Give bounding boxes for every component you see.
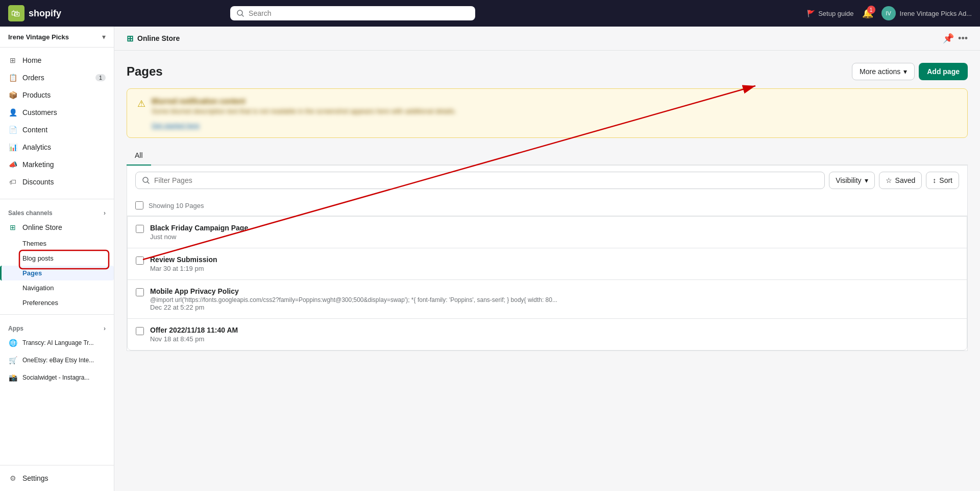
sidebar-item-online-store[interactable]: ⊞ Online Store [0,219,114,236]
sidebar-item-transcy[interactable]: 🌐 Transcy: AI Language Tr... [0,334,114,352]
sidebar-divider-1 [0,199,114,199]
sales-channels-expand-icon[interactable]: › [104,209,106,217]
sidebar-item-settings[interactable]: ⚙ Settings [0,470,114,487]
sales-channels-label: Sales channels › [0,203,114,219]
page-checkbox-mobile-app-privacy[interactable] [136,288,144,296]
sidebar-sub-item-pages[interactable]: Pages [0,266,114,280]
visibility-label: Visibility [836,176,861,184]
banner-link[interactable]: Get started here [152,122,200,129]
visibility-filter-button[interactable]: Visibility ▾ [829,172,874,189]
filter-search-icon [142,176,150,184]
sidebar-sub-item-blog-posts[interactable]: Blog posts [0,251,114,266]
sidebar-item-socialwidget[interactable]: 📸 Socialwidget - Instagra... [0,369,114,386]
page-name-black-friday: Black Friday Campaign Page [150,224,959,232]
page-checkbox-offer-2022[interactable] [136,327,144,335]
showing-count: Showing 10 Pages [149,202,204,209]
notification-banner: ⚠ Blurred notification content Some blur… [127,88,968,138]
online-store-header: ⊞ Online Store 📌 ••• [114,27,980,51]
pages-table: Black Friday Campaign Page Just now Revi… [127,216,967,350]
page-info-review-submission: Review Submission Mar 30 at 1:19 pm [150,255,959,272]
sidebar-item-label-discounts: Discounts [22,178,54,186]
saved-star-icon: ☆ [886,176,892,184]
notification-btn[interactable]: 🔔 1 [862,8,873,19]
search-bar[interactable] [230,6,475,20]
page-name-mobile-app-privacy: Mobile App Privacy Policy [150,287,959,295]
orders-icon: 📋 [8,73,17,82]
logo[interactable]: 🛍 shopify [8,5,61,21]
layout: Irene Vintage Picks ▾ ⊞ Home 📋 Orders 1 … [0,27,980,491]
sort-button[interactable]: ↕ Sort [926,172,959,189]
pages-header: Pages More actions ▾ Add page [127,63,968,80]
page-meta-offer-2022: Nov 18 at 8:45 pm [150,335,959,343]
sidebar-store-name: Irene Vintage Picks [8,33,69,41]
page-checkbox-review-submission[interactable] [136,256,144,265]
orders-badge: 1 [95,74,106,81]
page-name-review-submission: Review Submission [150,255,959,264]
page-row-mobile-app-privacy[interactable]: Mobile App Privacy Policy @import url('h… [128,280,967,319]
more-options-button[interactable]: ••• [958,33,968,44]
page-checkbox-black-friday[interactable] [136,225,144,233]
sidebar-store-selector[interactable]: Irene Vintage Picks ▾ [0,27,114,48]
analytics-icon: 📊 [8,143,17,152]
more-actions-button[interactable]: More actions ▾ [852,63,915,80]
banner-desc: Some blurred description text that is no… [152,107,456,115]
flag-icon: 🚩 [807,10,815,17]
apps-label: Apps › [0,319,114,334]
more-actions-label: More actions [860,67,900,76]
banner-icon: ⚠ [137,98,145,109]
filter-search[interactable] [135,172,825,189]
sidebar-item-analytics[interactable]: 📊 Analytics [0,138,114,156]
sidebar: Irene Vintage Picks ▾ ⊞ Home 📋 Orders 1 … [0,27,114,491]
filter-pages-input[interactable] [154,176,818,184]
sidebar-sub-item-themes[interactable]: Themes [0,236,114,251]
sidebar-sub-label-themes: Themes [22,240,46,247]
pages-container: Pages More actions ▾ Add page ⚠ Blurre [114,51,980,363]
store-name-top: Irene Vintage Picks Ad... [900,10,972,17]
sidebar-item-customers[interactable]: 👤 Customers [0,104,114,121]
page-info-offer-2022: Offer 2022/11/18 11:40 AM Nov 18 at 8:45… [150,326,959,343]
page-name-offer-2022: Offer 2022/11/18 11:40 AM [150,326,959,334]
banner-title: Blurred notification content [152,97,456,105]
page-info-black-friday: Black Friday Campaign Page Just now [150,224,959,241]
settings-icon: ⚙ [8,474,17,483]
more-actions-chevron-icon: ▾ [903,67,907,76]
add-page-button[interactable]: Add page [919,63,968,80]
page-desc-mobile-app-privacy: @import url('https://fonts.googleapis.co… [150,296,959,303]
sidebar-item-home[interactable]: ⊞ Home [0,52,114,69]
header-actions: 📌 ••• [943,33,968,44]
pages-header-actions: More actions ▾ Add page [852,63,968,80]
tab-all[interactable]: All [127,146,151,166]
page-row-black-friday[interactable]: Black Friday Campaign Page Just now [128,217,967,248]
sidebar-item-label-socialwidget: Socialwidget - Instagra... [22,374,89,381]
sidebar-sub-label-preferences: Preferences [22,299,58,307]
select-all-checkbox[interactable] [135,201,143,209]
setup-guide-btn[interactable]: 🚩 Setup guide [807,10,853,17]
page-row-offer-2022[interactable]: Offer 2022/11/18 11:40 AM Nov 18 at 8:45… [128,319,967,350]
search-icon [236,9,244,17]
shopify-logo-icon: 🛍 [8,5,24,21]
sidebar-item-label-customers: Customers [22,108,57,116]
sidebar-item-label-orders: Orders [22,74,44,82]
sidebar-item-marketing[interactable]: 📣 Marketing [0,156,114,173]
add-page-label: Add page [927,67,960,76]
search-input[interactable] [249,9,469,17]
chevron-down-icon: ▾ [102,33,106,41]
customers-icon: 👤 [8,108,17,117]
sidebar-item-label-analytics: Analytics [22,143,51,151]
sort-label: Sort [939,176,952,184]
sidebar-item-content[interactable]: 📄 Content [0,121,114,138]
sidebar-sub-item-navigation[interactable]: Navigation [0,280,114,295]
sidebar-item-products[interactable]: 📦 Products [0,86,114,104]
page-row-review-submission[interactable]: Review Submission Mar 30 at 1:19 pm [128,248,967,280]
saved-label: Saved [895,176,916,184]
sidebar-item-oneetsy[interactable]: 🛒 OneEtsy: eBay Etsy Inte... [0,352,114,369]
saved-button[interactable]: ☆ Saved [879,172,922,189]
visibility-chevron-icon: ▾ [865,176,868,184]
apps-expand-icon[interactable]: › [104,325,106,332]
sidebar-item-orders[interactable]: 📋 Orders 1 [0,69,114,86]
sidebar-sub-item-preferences[interactable]: Preferences [0,295,114,310]
socialwidget-icon: 📸 [8,373,17,382]
pin-button[interactable]: 📌 [943,33,954,44]
store-selector-top[interactable]: IV Irene Vintage Picks Ad... [881,6,972,20]
sidebar-item-discounts[interactable]: 🏷 Discounts [0,173,114,191]
